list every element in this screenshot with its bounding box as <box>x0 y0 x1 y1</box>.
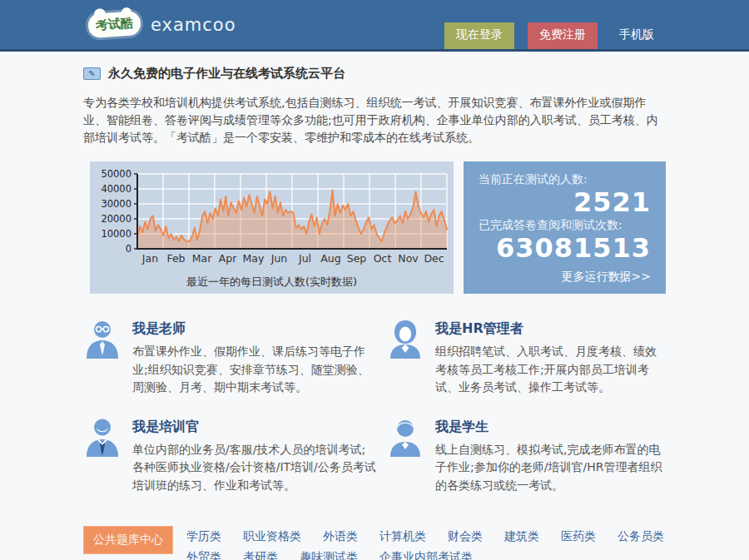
role-description-trainer: 单位内部的业务员/客服/技术人员的培训考试;各种医师执业资格/会计资格/IT培训… <box>132 441 376 495</box>
role-description-student: 线上自测练习、模拟考试,完成老师布置的电子作业;参加你的老师/培训官/HR管理者… <box>435 441 666 495</box>
stats-panel: 当前正在测试的人数: 2521 已完成答卷查阅和测试次数: 63081513 更… <box>464 161 666 294</box>
daily-users-chart: 01000020000300004000050000JanFebMarAprMa… <box>90 161 454 294</box>
logo[interactable]: 考试酷 examcoo <box>83 12 236 37</box>
qbank-category-link-11[interactable]: 企事业内部考试类 <box>379 550 473 560</box>
y-tick-label: 30000 <box>101 198 131 210</box>
qbank-category-link-6[interactable]: 医药类 <box>561 529 596 544</box>
main-content: ✎ 永久免费的电子作业与在线考试系统云平台 专为各类学校和培训机构提供考试系统,… <box>83 66 666 560</box>
pencil-edit-icon: ✎ <box>83 67 101 80</box>
role-title-trainer: 我是培训官 <box>132 419 376 436</box>
roles-section: 我是老师布置课外作业、假期作业、课后练习等电子作业;组织知识竞赛、安排章节练习、… <box>83 319 666 494</box>
role-card-teacher: 我是老师布置课外作业、假期作业、课后练习等电子作业;组织知识竞赛、安排章节练习、… <box>83 319 376 397</box>
role-title-hr: 我是HR管理者 <box>435 320 666 338</box>
qbank-category-link-9[interactable]: 考研类 <box>243 550 278 560</box>
page-title: 永久免费的电子作业与在线考试系统云平台 <box>108 66 345 82</box>
title-row: ✎ 永久免费的电子作业与在线考试系统云平台 <box>83 66 666 82</box>
qbank-category-link-0[interactable]: 学历类 <box>186 529 221 544</box>
x-tick-label: Jan <box>141 252 158 265</box>
y-tick-label: 0 <box>126 243 131 255</box>
area-chart-svg: 01000020000300004000050000JanFebMarAprMa… <box>90 166 454 270</box>
role-description-teacher: 布置课外作业、假期作业、课后练习等电子作业;组织知识竞赛、安排章节练习、随堂测验… <box>132 343 376 397</box>
qbank-category-link-4[interactable]: 财会类 <box>448 529 483 544</box>
qbank-category-link-8[interactable]: 外贸类 <box>186 550 221 560</box>
qbank-category-link-2[interactable]: 外语类 <box>323 529 358 544</box>
completed-tests-label: 已完成答卷查阅和测试次数: <box>479 218 651 233</box>
x-tick-label: Sep <box>347 252 367 265</box>
question-bank-categories: 学历类职业资格类外语类计算机类财会类建筑类医药类公务员类外贸类考研类趣味测试类企… <box>186 526 666 560</box>
top-navigation: 现在登录 免费注册 手机版 <box>444 0 666 49</box>
role-card-hr: 我是HR管理者组织招聘笔试、入职考试、月度考核、绩效考核等员工考核工作;开展内部… <box>386 319 666 397</box>
register-button[interactable]: 免费注册 <box>528 22 598 49</box>
y-tick-label: 10000 <box>101 228 131 240</box>
role-title-student: 我是学生 <box>435 419 666 436</box>
x-tick-label: Oct <box>374 252 392 265</box>
y-tick-label: 20000 <box>101 213 131 225</box>
question-bank-row: 公共题库中心 学历类职业资格类外语类计算机类财会类建筑类医药类公务员类外贸类考研… <box>83 526 666 560</box>
logo-text: examcoo <box>151 15 236 35</box>
x-tick-label: Apr <box>219 252 237 265</box>
qbank-category-link-3[interactable]: 计算机类 <box>379 529 426 544</box>
qbank-category-link-7[interactable]: 公务员类 <box>618 529 664 544</box>
qbank-category-link-10[interactable]: 趣味测试类 <box>300 550 358 560</box>
public-question-bank-button[interactable]: 公共题库中心 <box>83 526 173 554</box>
student-icon <box>386 417 424 495</box>
y-tick-label: 50000 <box>101 168 131 180</box>
hr-icon <box>386 319 424 397</box>
current-testers-label: 当前正在测试的人数: <box>479 172 651 187</box>
role-title-teacher: 我是老师 <box>132 320 376 338</box>
x-tick-label: Mar <box>192 252 212 265</box>
header: 考试酷 examcoo 现在登录 免费注册 手机版 <box>0 0 749 52</box>
teacher-icon <box>83 319 122 397</box>
x-tick-label: May <box>243 252 265 265</box>
chart-caption: 最近一年的每日测试人数(实时数据) <box>90 275 454 290</box>
more-stats-link[interactable]: 更多运行数据>> <box>479 270 651 285</box>
current-testers-value: 2521 <box>479 187 651 218</box>
role-description-hr: 组织招聘笔试、入职考试、月度考核、绩效考核等员工考核工作;开展内部员工培训考试、… <box>435 343 666 397</box>
trainer-icon <box>83 417 122 495</box>
x-tick-label: Dec <box>424 252 444 265</box>
role-card-trainer: 我是培训官单位内部的业务员/客服/技术人员的培训考试;各种医师执业资格/会计资格… <box>83 417 376 495</box>
x-tick-label: Jun <box>270 252 288 265</box>
x-tick-label: Aug <box>320 252 340 265</box>
stats-row: 01000020000300004000050000JanFebMarAprMa… <box>83 161 666 294</box>
y-tick-label: 40000 <box>101 183 131 195</box>
intro-paragraph: 专为各类学校和培训机构提供考试系统,包括自测练习、组织统一考试、开展知识竞赛、布… <box>83 94 666 146</box>
x-tick-label: Feb <box>166 252 185 265</box>
qbank-category-link-5[interactable]: 建筑类 <box>504 529 539 544</box>
logo-cloud-icon: 考试酷 <box>87 11 141 38</box>
mobile-version-link[interactable]: 手机版 <box>608 22 666 49</box>
qbank-category-link-1[interactable]: 职业资格类 <box>243 529 301 544</box>
x-tick-label: Nov <box>398 252 419 265</box>
x-tick-label: Jul <box>298 252 311 265</box>
login-button[interactable]: 现在登录 <box>444 22 514 49</box>
role-card-student: 我是学生线上自测练习、模拟考试,完成老师布置的电子作业;参加你的老师/培训官/H… <box>386 417 666 495</box>
completed-tests-value: 63081513 <box>479 233 651 264</box>
